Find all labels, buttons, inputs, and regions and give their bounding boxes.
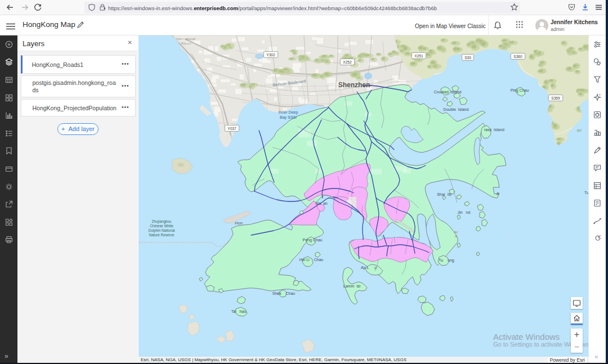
svg-text:Nature Reserve: Nature Reserve: [149, 233, 175, 237]
svg-text:Peng Chau: Peng Chau: [302, 238, 322, 242]
svg-text:Chinese White: Chinese White: [150, 224, 173, 228]
svg-text:367: 367: [576, 129, 582, 132]
svg-text:Jin nd: Jin nd: [458, 210, 471, 214]
svg-text:Ap L u: Ap L u: [361, 266, 377, 270]
svg-text:Ping Chau: Ping Chau: [511, 88, 529, 93]
svg-text:Shar Isl: Shar Isl: [437, 192, 451, 196]
svg-text:Lamm Isl: Lamm Isl: [343, 284, 361, 288]
svg-text:Crooked Island: Crooked Island: [433, 90, 461, 94]
svg-text:rk: rk: [455, 235, 458, 238]
svg-text:Hon: Hon: [235, 221, 243, 226]
svg-text:A: A: [497, 192, 499, 196]
svg-text:S360: S360: [513, 55, 522, 59]
svg-text:Y037: Y037: [227, 127, 236, 131]
svg-text:Zhujiangkou: Zhujiangkou: [152, 219, 172, 224]
svg-text:Airport: Airport: [181, 41, 191, 45]
svg-text:Shenzhen: Shenzhen: [338, 81, 370, 89]
svg-text:Tai hau: Tai hau: [231, 309, 247, 313]
svg-text:S30: S30: [464, 56, 471, 60]
svg-text:Dolphin National: Dolphin National: [149, 228, 175, 233]
svg-text:Tu: Tu: [584, 191, 588, 195]
svg-text:Inner Deep: Inner Deep: [279, 110, 298, 115]
svg-text:ay: ay: [454, 230, 458, 233]
svg-text:rass Island: rass Island: [484, 128, 504, 132]
svg-text:Y302: Y302: [266, 53, 275, 57]
svg-text:Bay SSSI: Bay SSSI: [280, 115, 297, 120]
svg-text:Tu ung: Tu ung: [439, 258, 454, 263]
svg-text:Double Island: Double Island: [444, 107, 469, 111]
svg-text:X251: X251: [414, 54, 423, 58]
svg-text:Shek Chau: Shek Chau: [272, 291, 296, 295]
svg-text:Hei Li Chau: Hei Li Chau: [299, 258, 324, 262]
svg-text:S359: S359: [551, 96, 560, 100]
svg-text:International: International: [176, 37, 195, 41]
svg-text:X252: X252: [343, 60, 352, 64]
svg-text:Ma an: Ma an: [315, 201, 328, 205]
